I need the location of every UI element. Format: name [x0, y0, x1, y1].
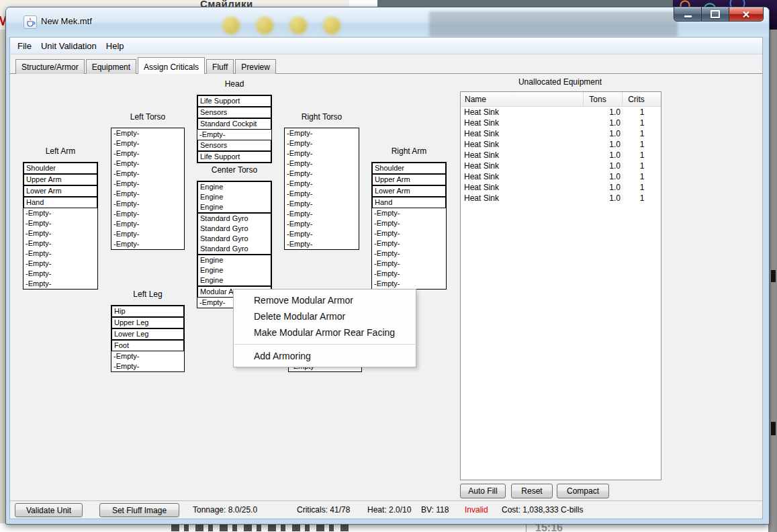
context-menu-item-add-armoring[interactable]: Add Armoring [234, 348, 416, 364]
crit-slot-empty[interactable]: -Empty- [111, 148, 184, 159]
crit-slot-hand[interactable]: Hand [24, 197, 97, 208]
crit-slot-empty[interactable]: -Empty- [111, 138, 184, 148]
crit-slot-empty[interactable]: -Empty- [111, 361, 184, 371]
crit-slot-empty[interactable]: -Empty- [285, 138, 359, 148]
crit-slot-empty[interactable]: -Empty- [197, 130, 271, 140]
crit-slot-engine[interactable]: Engine [198, 275, 271, 285]
crit-slot-standard-gyro[interactable]: Standard Gyro [198, 234, 271, 244]
crit-slot-shoulder[interactable]: Shoulder [373, 163, 445, 173]
crit-slot-empty[interactable]: -Empty- [372, 228, 446, 238]
crit-slot-empty[interactable]: -Empty- [372, 259, 446, 269]
tab-fluff[interactable]: Fluff [206, 59, 234, 74]
auto-fill-button[interactable]: Auto Fill [460, 484, 506, 498]
crit-slot-empty[interactable]: -Empty- [285, 229, 359, 239]
minimize-button[interactable] [674, 7, 702, 21]
crit-slot-empty[interactable]: -Empty- [285, 209, 359, 219]
tab-equipment[interactable]: Equipment [86, 59, 136, 74]
crit-slot-empty[interactable]: -Empty- [285, 199, 359, 209]
crit-slot-empty[interactable]: -Empty- [285, 239, 359, 249]
set-fluff-image-button[interactable]: Set Fluff Image [99, 503, 179, 517]
crit-slot-empty[interactable]: -Empty- [24, 269, 97, 279]
crit-slot-empty[interactable]: -Empty- [372, 249, 446, 259]
crit-slot-empty[interactable]: -Empty- [24, 208, 97, 218]
crit-slot-empty[interactable]: -Empty- [285, 159, 359, 169]
tab-assign-criticals[interactable]: Assign Criticals [138, 57, 205, 74]
crit-slot-empty[interactable]: -Empty- [111, 189, 184, 199]
table-row[interactable]: Heat Sink1.01 [461, 171, 661, 182]
crit-slot-empty[interactable]: -Empty- [372, 279, 446, 289]
crit-slot-empty[interactable]: -Empty- [285, 169, 359, 179]
reset-button[interactable]: Reset [511, 484, 553, 498]
crit-slot-lower-arm[interactable]: Lower Arm [24, 186, 97, 196]
validate-unit-button[interactable]: Validate Unit [15, 503, 83, 517]
menu-item-file[interactable]: File [13, 39, 36, 53]
table-row[interactable]: Heat Sink1.01 [461, 193, 661, 204]
crit-slot-hand[interactable]: Hand [373, 197, 445, 208]
crit-slot-empty[interactable]: -Empty- [372, 269, 446, 279]
crit-slot-foot[interactable]: Foot [112, 341, 183, 351]
crit-slot-empty[interactable]: -Empty- [111, 219, 184, 229]
column-header-name[interactable]: Name [461, 92, 584, 106]
column-header-tons[interactable]: Tons [584, 92, 623, 106]
crit-slot-engine[interactable]: Engine [198, 255, 271, 265]
crit-slot-lower-arm[interactable]: Lower Arm [373, 186, 445, 196]
crit-slot-lower-leg[interactable]: Lower Leg [112, 329, 183, 339]
crit-slot-empty[interactable]: -Empty- [111, 179, 184, 189]
maximize-button[interactable] [702, 7, 729, 21]
crit-slot-empty[interactable]: -Empty- [24, 249, 97, 259]
crit-slot-empty[interactable]: -Empty- [111, 199, 184, 209]
crit-slot-standard-gyro[interactable]: Standard Gyro [198, 214, 271, 224]
crit-slot-standard-gyro[interactable]: Standard Gyro [198, 224, 271, 234]
crit-slot-shoulder[interactable]: Shoulder [24, 163, 97, 173]
crit-slot-empty[interactable]: -Empty- [111, 209, 184, 219]
crit-slot-empty[interactable]: -Empty- [285, 128, 359, 138]
crit-slot-empty[interactable]: -Empty- [24, 228, 97, 238]
crit-slot-empty[interactable]: -Empty- [111, 128, 184, 138]
crit-slot-empty[interactable]: -Empty- [111, 229, 184, 239]
crit-slot-life-support[interactable]: Life Support [198, 96, 271, 106]
context-menu-item-make-modular-armor-rear-facing[interactable]: Make Modular Armor Rear Facing [234, 324, 416, 341]
crit-slot-empty[interactable]: -Empty- [285, 179, 359, 189]
menu-item-help[interactable]: Help [101, 39, 129, 53]
crit-slot-empty[interactable]: -Empty- [372, 218, 446, 228]
crit-slot-empty[interactable]: -Empty- [372, 208, 446, 218]
crit-slot-upper-leg[interactable]: Upper Leg [112, 318, 183, 328]
crit-slot-engine[interactable]: Engine [198, 265, 271, 275]
title-bar[interactable]: New Mek.mtf ✕ [6, 7, 769, 37]
table-row[interactable]: Heat Sink1.01 [461, 128, 661, 139]
crit-slot-empty[interactable]: -Empty- [111, 169, 184, 179]
crit-slot-engine[interactable]: Engine [198, 192, 271, 202]
crit-slot-empty[interactable]: -Empty- [285, 219, 359, 229]
context-menu-item-remove-modular-armor[interactable]: Remove Modular Armor [234, 292, 416, 308]
table-row[interactable]: Heat Sink1.01 [461, 161, 661, 171]
crit-slot-empty[interactable]: -Empty- [111, 239, 184, 249]
table-row[interactable]: Heat Sink1.01 [461, 107, 661, 118]
crit-slot-empty[interactable]: -Empty- [285, 189, 359, 199]
crit-slot-upper-arm[interactable]: Upper Arm [373, 175, 445, 185]
crit-slot-life-support[interactable]: Life Support [198, 152, 271, 162]
table-row[interactable]: Heat Sink1.01 [461, 118, 661, 128]
crit-slot-sensors[interactable]: Sensors [198, 140, 271, 150]
table-row[interactable]: Heat Sink1.01 [461, 150, 661, 161]
close-button[interactable]: ✕ [729, 7, 764, 21]
crit-slot-hip[interactable]: Hip [112, 306, 183, 316]
crit-slot-empty[interactable]: -Empty- [24, 218, 97, 228]
crit-slot-standard-gyro[interactable]: Standard Gyro [198, 244, 271, 254]
crit-slot-empty[interactable]: -Empty- [24, 279, 97, 289]
crit-slot-empty[interactable]: -Empty- [372, 238, 446, 249]
crit-slot-sensors[interactable]: Sensors [198, 107, 271, 118]
crit-slot-empty[interactable]: -Empty- [285, 148, 359, 159]
context-menu-item-delete-modular-armor[interactable]: Delete Modular Armor [234, 308, 416, 324]
crit-slot-empty[interactable]: -Empty- [111, 159, 184, 169]
crit-slot-standard-cockpit[interactable]: Standard Cockpit [198, 119, 271, 129]
crit-slot-empty[interactable]: -Empty- [111, 351, 184, 361]
crit-slot-empty[interactable]: -Empty- [24, 259, 97, 269]
crit-slot-engine[interactable]: Engine [198, 182, 271, 192]
menu-item-unit-validation[interactable]: Unit Validation [36, 39, 101, 53]
column-header-crits[interactable]: Crits [623, 92, 661, 106]
crit-slot-upper-arm[interactable]: Upper Arm [24, 175, 97, 185]
tab-structure-armor[interactable]: Structure/Armor [15, 59, 85, 74]
compact-button[interactable]: Compact [557, 484, 609, 498]
table-row[interactable]: Heat Sink1.01 [461, 139, 661, 150]
crit-slot-engine[interactable]: Engine [198, 202, 271, 212]
